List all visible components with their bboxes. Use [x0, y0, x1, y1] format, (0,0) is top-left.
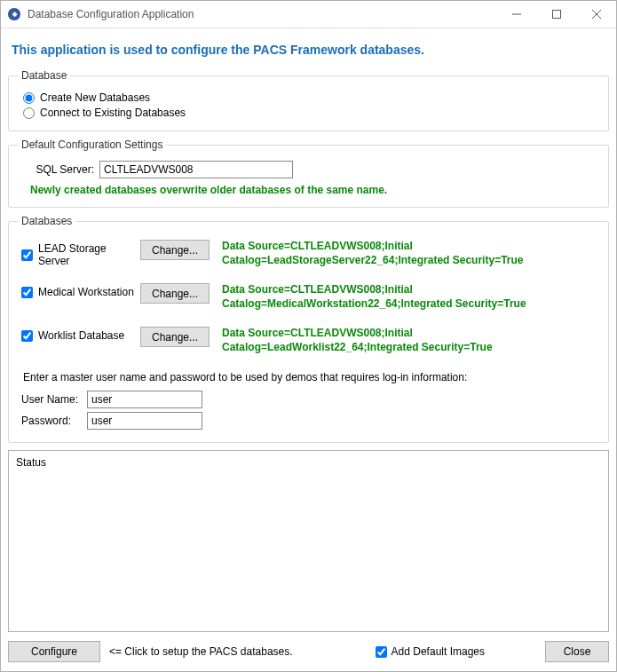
db-label-medical: Medical Workstation [38, 286, 134, 298]
configure-button[interactable]: Configure [8, 641, 100, 662]
maximize-button[interactable] [536, 2, 576, 28]
change-button-medical[interactable]: Change... [140, 283, 210, 304]
radio-create[interactable] [23, 92, 35, 104]
sql-server-input[interactable] [99, 161, 293, 178]
radio-connect-row[interactable]: Connect to Existing Databases [23, 107, 599, 119]
app-icon: ◆ [7, 7, 21, 21]
radio-create-label: Create New Databases [40, 91, 150, 104]
username-label: User Name: [21, 393, 87, 406]
close-button-footer[interactable]: Close [545, 641, 609, 662]
db-conn-medical: Data Source=CLTLEADVWS008;Initial Catalo… [218, 283, 599, 311]
add-images-check-row[interactable]: Add Default Images [376, 645, 485, 658]
config-group: Default Configuration Settings SQL Serve… [8, 138, 609, 208]
add-images-checkbox[interactable] [376, 646, 387, 658]
status-box: Status [8, 450, 609, 632]
radio-connect-label: Connect to Existing Databases [40, 107, 186, 119]
checkbox-storage[interactable] [21, 249, 33, 261]
db-conn-storage: Data Source=CLTLEADVWS008;Initial Catalo… [218, 240, 599, 267]
username-input[interactable] [87, 391, 202, 408]
checkbox-medical[interactable] [21, 287, 33, 298]
db-check-storage[interactable]: LEAD Storage Server [18, 240, 140, 267]
radio-create-row[interactable]: Create New Databases [23, 91, 599, 104]
db-check-medical[interactable]: Medical Workstation [18, 283, 140, 298]
window-controls [496, 2, 616, 28]
close-icon [592, 10, 601, 19]
sql-server-label: SQL Server: [18, 163, 99, 176]
db-check-worklist[interactable]: Worklist Database [18, 327, 140, 342]
db-conn-worklist: Data Source=CLTLEADVWS008;Initial Catalo… [218, 327, 599, 354]
overwrite-note: Newly created databases overwrite older … [30, 184, 599, 196]
database-legend: Database [18, 69, 70, 82]
db-row-medical: Medical Workstation Change... Data Sourc… [18, 283, 599, 311]
checkbox-worklist[interactable] [21, 330, 33, 342]
maximize-icon [552, 10, 561, 19]
change-button-worklist[interactable]: Change... [140, 327, 210, 347]
database-group: Database Create New Databases Connect to… [8, 69, 609, 131]
change-button-storage[interactable]: Change... [140, 240, 210, 260]
add-images-label: Add Default Images [392, 645, 485, 658]
headline-text: This application is used to configure th… [12, 43, 609, 57]
svg-rect-1 [552, 11, 560, 19]
radio-connect[interactable] [23, 107, 35, 119]
footer-hint: <= Click to setup the PACS databases. [109, 645, 293, 658]
db-label-storage: LEAD Storage Server [38, 242, 140, 267]
db-row-storage: LEAD Storage Server Change... Data Sourc… [18, 240, 599, 267]
window-title: Database Configuration Application [28, 8, 496, 20]
footer: Configure <= Click to setup the PACS dat… [8, 637, 609, 664]
minimize-button[interactable] [496, 2, 536, 28]
content-area: This application is used to configure th… [1, 28, 616, 671]
password-input[interactable] [87, 412, 202, 430]
close-button[interactable] [576, 2, 616, 28]
databases-group: Databases LEAD Storage Server Change... … [8, 215, 609, 443]
config-legend: Default Configuration Settings [18, 138, 166, 151]
minimize-icon [512, 10, 521, 19]
db-row-worklist: Worklist Database Change... Data Source=… [18, 327, 599, 354]
password-label: Password: [21, 415, 87, 427]
master-note: Enter a master user name and password to… [23, 371, 599, 383]
titlebar: ◆ Database Configuration Application [1, 1, 616, 28]
status-label: Status [16, 456, 46, 469]
db-label-worklist: Worklist Database [38, 329, 124, 342]
databases-legend: Databases [18, 215, 75, 227]
